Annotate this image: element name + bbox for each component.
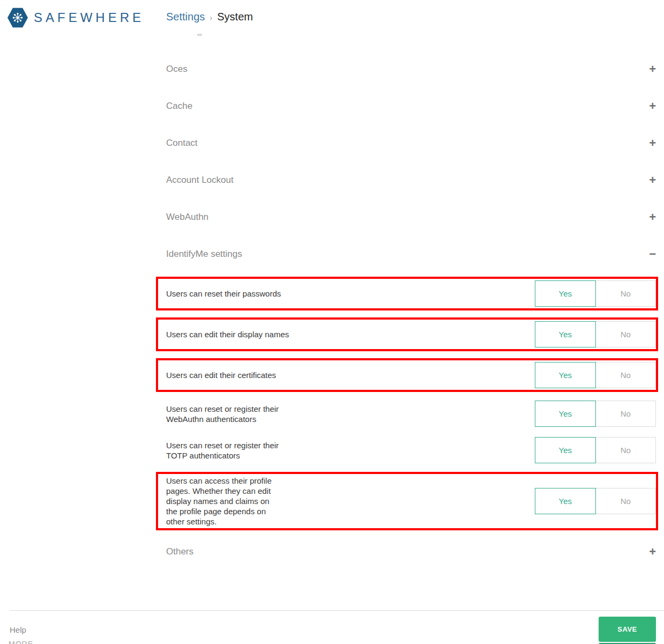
yes-no-toggle: Yes No [535, 321, 656, 347]
yes-button[interactable]: Yes [535, 437, 596, 463]
setting-row-profile-pages: Users can access their profile pages. Wh… [156, 472, 658, 530]
section-label: Oces [166, 64, 188, 75]
no-button[interactable]: No [596, 280, 656, 307]
settings-accordion: Oces + Cache + Contact + Account Lockout… [166, 0, 656, 562]
yes-no-toggle: Yes No [535, 401, 656, 427]
no-button[interactable]: No [596, 437, 656, 463]
no-button[interactable]: No [596, 401, 656, 427]
minus-icon[interactable]: − [644, 248, 656, 260]
yes-button[interactable]: Yes [535, 488, 596, 514]
brand-name: SAFEWHERE [34, 10, 144, 25]
section-header-others[interactable]: Others + [166, 541, 656, 562]
more-link-partial[interactable]: MORE [9, 640, 33, 644]
plus-icon[interactable]: + [644, 137, 656, 149]
plus-icon[interactable]: + [644, 100, 656, 112]
yes-button[interactable]: Yes [535, 280, 596, 307]
setting-label: Users can reset their passwords [166, 288, 292, 299]
help-link[interactable]: Help [10, 625, 26, 634]
section-label: Cache [166, 101, 192, 112]
section-header-account-lockout[interactable]: Account Lockout + [166, 169, 656, 191]
section-header-oces[interactable]: Oces + [166, 58, 656, 80]
yes-button[interactable]: Yes [535, 401, 596, 427]
yes-no-toggle: Yes No [535, 362, 656, 388]
setting-label: Users can edit their display names [166, 329, 300, 339]
plus-icon[interactable]: + [644, 63, 656, 75]
no-button[interactable]: No [596, 321, 656, 347]
identifyme-settings-panel: Users can reset their passwords Yes No U… [166, 277, 656, 530]
yes-no-toggle: Yes No [535, 437, 656, 463]
plus-icon[interactable]: + [644, 546, 656, 558]
yes-no-toggle: Yes No [535, 488, 656, 514]
section-header-cache[interactable]: Cache + [166, 95, 656, 117]
yes-no-toggle: Yes No [535, 280, 656, 307]
plus-icon[interactable]: + [644, 211, 656, 223]
setting-row-edit-display-names: Users can edit their display names Yes N… [156, 317, 658, 351]
section-label: Account Lockout [166, 175, 234, 186]
snowflake-hexagon-icon [8, 8, 28, 28]
section-header-webauthn[interactable]: WebAuthn + [166, 206, 656, 228]
section-label: Others [166, 546, 193, 557]
setting-row-edit-certificates: Users can edit their certificates Yes No [156, 358, 658, 392]
save-button[interactable]: SAVE [599, 617, 656, 642]
setting-row-reset-passwords: Users can reset their passwords Yes No [156, 277, 658, 310]
section-label: IdentifyMe settings [166, 249, 242, 260]
section-header-contact[interactable]: Contact + [166, 132, 656, 154]
plus-icon[interactable]: + [644, 174, 656, 186]
section-label: Contact [166, 138, 198, 149]
brand-logo[interactable]: SAFEWHERE [8, 8, 144, 28]
setting-row-webauthn-authenticators: Users can reset or register their WebAut… [166, 399, 656, 428]
section-label: WebAuthn [166, 212, 208, 223]
section-header-identifyme-settings[interactable]: IdentifyMe settings − [166, 243, 656, 265]
setting-label: Users can edit their certificates [166, 370, 287, 380]
no-button[interactable]: No [596, 362, 656, 388]
setting-label: Users can reset or register their TOTP a… [166, 440, 297, 461]
setting-label: Users can access their profile pages. Wh… [166, 476, 292, 527]
footer-divider [10, 610, 664, 611]
setting-row-totp-authenticators: Users can reset or register their TOTP a… [166, 435, 656, 465]
yes-button[interactable]: Yes [535, 321, 596, 347]
no-button[interactable]: No [596, 488, 656, 514]
yes-button[interactable]: Yes [535, 362, 596, 388]
setting-label: Users can reset or register their WebAut… [166, 404, 297, 424]
